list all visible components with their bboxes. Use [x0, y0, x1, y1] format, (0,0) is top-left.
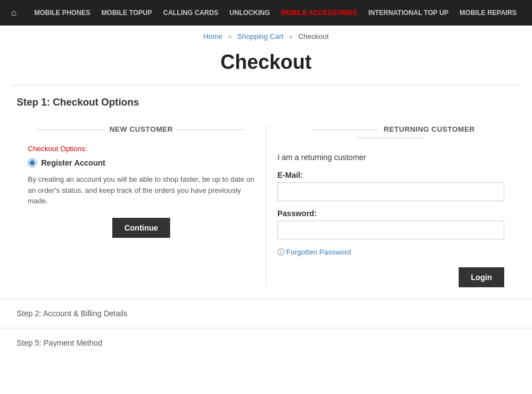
breadcrumb-sep1: »: [228, 32, 232, 41]
forgotten-password-text: Forgotten Password: [286, 248, 351, 256]
forgotten-password-link[interactable]: ⓘForgotten Password: [277, 247, 504, 257]
breadcrumb-current: Checkout: [298, 32, 329, 41]
checkout-options-label: Checkout Options:: [28, 144, 255, 153]
returning-intro: I am a returning customer: [277, 153, 504, 162]
continue-button[interactable]: Continue: [112, 218, 171, 238]
nav-mobile-phones[interactable]: MOBILE PHONES: [29, 9, 96, 17]
step2-title: Step 2: Account & Billing Details: [17, 309, 127, 318]
email-label: E-Mail:: [277, 171, 504, 179]
breadcrumb: Home » Shopping Cart » Checkout: [0, 26, 532, 45]
checkout-columns: NEW CUSTOMER Checkout Options: Register …: [17, 125, 515, 287]
email-input[interactable]: [277, 182, 504, 201]
nav-international-top-up[interactable]: INTERNATIONAL TOP UP: [362, 9, 454, 17]
email-group: E-Mail:: [277, 171, 504, 201]
nav-mobile-accessories[interactable]: MOBILE ACCESSORIES: [275, 9, 362, 17]
nav-calling-cards[interactable]: CALLING CARDS: [157, 9, 223, 17]
register-account-option[interactable]: Register Account: [28, 158, 255, 167]
password-group: Password:: [277, 209, 504, 240]
new-customer-heading: NEW CUSTOMER: [28, 125, 255, 133]
home-icon[interactable]: ⌂: [6, 8, 22, 18]
step1-title: Step 1: Checkout Options: [17, 97, 515, 108]
password-input[interactable]: [277, 221, 504, 240]
main-content: Step 1: Checkout Options NEW CUSTOMER Ch…: [0, 86, 532, 298]
breadcrumb-cart[interactable]: Shopping Cart: [237, 32, 284, 41]
nav-unlocking[interactable]: UNLOCKING: [224, 9, 276, 17]
step5-title: Step 5: Payment Method: [17, 338, 102, 347]
nav-mobile-topup[interactable]: MOBILE TOPUP: [96, 9, 157, 17]
register-label: Register Account: [41, 158, 105, 167]
nav-mobile-repairs[interactable]: MOBILE REPAIRS: [454, 9, 522, 17]
step2-section: Step 2: Account & Billing Details: [0, 298, 532, 328]
returning-customer-heading: RETURNING CUSTOMER: [277, 125, 504, 142]
register-radio[interactable]: [28, 158, 37, 167]
returning-customer-section: RETURNING CUSTOMER I am a returning cust…: [266, 125, 515, 287]
top-navigation: ⌂ MOBILE PHONES MOBILE TOPUP CALLING CAR…: [0, 0, 532, 26]
login-button[interactable]: Login: [459, 267, 504, 287]
new-customer-section: NEW CUSTOMER Checkout Options: Register …: [17, 125, 266, 287]
breadcrumb-sep2: »: [289, 32, 293, 41]
password-label: Password:: [277, 209, 504, 218]
register-description: By creating an account you will be able …: [28, 174, 255, 207]
info-icon: ⓘ: [277, 248, 285, 256]
breadcrumb-home[interactable]: Home: [203, 32, 223, 41]
step5-section: Step 5: Payment Method: [0, 328, 532, 357]
page-title: Checkout: [0, 45, 532, 85]
